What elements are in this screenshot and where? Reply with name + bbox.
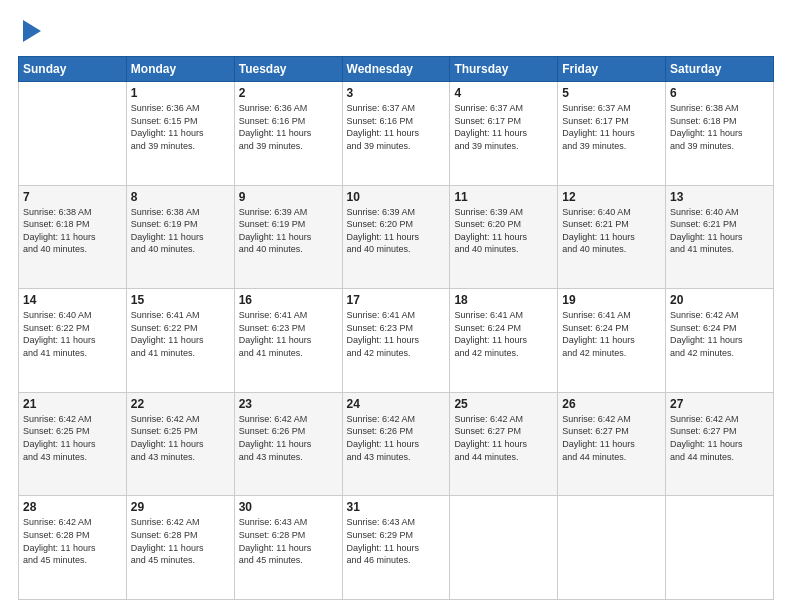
day-info: Sunrise: 6:43 AM Sunset: 6:29 PM Dayligh… xyxy=(347,516,446,566)
day-number: 10 xyxy=(347,190,446,204)
day-number: 6 xyxy=(670,86,769,100)
day-number: 18 xyxy=(454,293,553,307)
calendar-cell: 19Sunrise: 6:41 AM Sunset: 6:24 PM Dayli… xyxy=(558,289,666,393)
day-info: Sunrise: 6:42 AM Sunset: 6:27 PM Dayligh… xyxy=(562,413,661,463)
day-info: Sunrise: 6:41 AM Sunset: 6:24 PM Dayligh… xyxy=(454,309,553,359)
calendar-cell: 16Sunrise: 6:41 AM Sunset: 6:23 PM Dayli… xyxy=(234,289,342,393)
calendar-table: SundayMondayTuesdayWednesdayThursdayFrid… xyxy=(18,56,774,600)
logo-text xyxy=(18,18,41,46)
day-info: Sunrise: 6:42 AM Sunset: 6:28 PM Dayligh… xyxy=(23,516,122,566)
weekday-header-monday: Monday xyxy=(126,57,234,82)
calendar-cell: 17Sunrise: 6:41 AM Sunset: 6:23 PM Dayli… xyxy=(342,289,450,393)
day-number: 13 xyxy=(670,190,769,204)
day-number: 7 xyxy=(23,190,122,204)
calendar-cell: 26Sunrise: 6:42 AM Sunset: 6:27 PM Dayli… xyxy=(558,392,666,496)
day-info: Sunrise: 6:38 AM Sunset: 6:19 PM Dayligh… xyxy=(131,206,230,256)
day-info: Sunrise: 6:42 AM Sunset: 6:26 PM Dayligh… xyxy=(347,413,446,463)
day-info: Sunrise: 6:41 AM Sunset: 6:23 PM Dayligh… xyxy=(239,309,338,359)
day-info: Sunrise: 6:42 AM Sunset: 6:28 PM Dayligh… xyxy=(131,516,230,566)
day-info: Sunrise: 6:41 AM Sunset: 6:24 PM Dayligh… xyxy=(562,309,661,359)
day-number: 22 xyxy=(131,397,230,411)
calendar-week-row: 28Sunrise: 6:42 AM Sunset: 6:28 PM Dayli… xyxy=(19,496,774,600)
calendar-week-row: 14Sunrise: 6:40 AM Sunset: 6:22 PM Dayli… xyxy=(19,289,774,393)
calendar-cell: 20Sunrise: 6:42 AM Sunset: 6:24 PM Dayli… xyxy=(666,289,774,393)
calendar-cell: 8Sunrise: 6:38 AM Sunset: 6:19 PM Daylig… xyxy=(126,185,234,289)
day-info: Sunrise: 6:36 AM Sunset: 6:16 PM Dayligh… xyxy=(239,102,338,152)
day-number: 20 xyxy=(670,293,769,307)
calendar-cell: 13Sunrise: 6:40 AM Sunset: 6:21 PM Dayli… xyxy=(666,185,774,289)
calendar-cell: 30Sunrise: 6:43 AM Sunset: 6:28 PM Dayli… xyxy=(234,496,342,600)
calendar-cell: 11Sunrise: 6:39 AM Sunset: 6:20 PM Dayli… xyxy=(450,185,558,289)
calendar-cell: 2Sunrise: 6:36 AM Sunset: 6:16 PM Daylig… xyxy=(234,82,342,186)
calendar-cell: 23Sunrise: 6:42 AM Sunset: 6:26 PM Dayli… xyxy=(234,392,342,496)
day-number: 26 xyxy=(562,397,661,411)
day-number: 19 xyxy=(562,293,661,307)
calendar-cell xyxy=(19,82,127,186)
day-info: Sunrise: 6:37 AM Sunset: 6:16 PM Dayligh… xyxy=(347,102,446,152)
calendar-cell: 24Sunrise: 6:42 AM Sunset: 6:26 PM Dayli… xyxy=(342,392,450,496)
day-info: Sunrise: 6:38 AM Sunset: 6:18 PM Dayligh… xyxy=(23,206,122,256)
day-info: Sunrise: 6:36 AM Sunset: 6:15 PM Dayligh… xyxy=(131,102,230,152)
calendar-cell: 18Sunrise: 6:41 AM Sunset: 6:24 PM Dayli… xyxy=(450,289,558,393)
calendar-cell: 31Sunrise: 6:43 AM Sunset: 6:29 PM Dayli… xyxy=(342,496,450,600)
weekday-header-friday: Friday xyxy=(558,57,666,82)
calendar-cell: 10Sunrise: 6:39 AM Sunset: 6:20 PM Dayli… xyxy=(342,185,450,289)
calendar-cell xyxy=(558,496,666,600)
calendar-cell: 27Sunrise: 6:42 AM Sunset: 6:27 PM Dayli… xyxy=(666,392,774,496)
day-number: 8 xyxy=(131,190,230,204)
logo xyxy=(18,18,41,46)
calendar-cell: 14Sunrise: 6:40 AM Sunset: 6:22 PM Dayli… xyxy=(19,289,127,393)
day-number: 12 xyxy=(562,190,661,204)
day-info: Sunrise: 6:39 AM Sunset: 6:20 PM Dayligh… xyxy=(454,206,553,256)
calendar-cell: 21Sunrise: 6:42 AM Sunset: 6:25 PM Dayli… xyxy=(19,392,127,496)
calendar-cell: 29Sunrise: 6:42 AM Sunset: 6:28 PM Dayli… xyxy=(126,496,234,600)
day-info: Sunrise: 6:39 AM Sunset: 6:20 PM Dayligh… xyxy=(347,206,446,256)
weekday-header-wednesday: Wednesday xyxy=(342,57,450,82)
day-number: 1 xyxy=(131,86,230,100)
header xyxy=(18,18,774,46)
day-number: 21 xyxy=(23,397,122,411)
day-info: Sunrise: 6:37 AM Sunset: 6:17 PM Dayligh… xyxy=(562,102,661,152)
calendar-cell: 9Sunrise: 6:39 AM Sunset: 6:19 PM Daylig… xyxy=(234,185,342,289)
calendar-body: 1Sunrise: 6:36 AM Sunset: 6:15 PM Daylig… xyxy=(19,82,774,600)
weekday-header-saturday: Saturday xyxy=(666,57,774,82)
page: SundayMondayTuesdayWednesdayThursdayFrid… xyxy=(0,0,792,612)
weekday-header-thursday: Thursday xyxy=(450,57,558,82)
day-number: 14 xyxy=(23,293,122,307)
day-info: Sunrise: 6:42 AM Sunset: 6:25 PM Dayligh… xyxy=(131,413,230,463)
calendar-cell: 6Sunrise: 6:38 AM Sunset: 6:18 PM Daylig… xyxy=(666,82,774,186)
day-info: Sunrise: 6:42 AM Sunset: 6:27 PM Dayligh… xyxy=(670,413,769,463)
day-info: Sunrise: 6:42 AM Sunset: 6:25 PM Dayligh… xyxy=(23,413,122,463)
day-number: 15 xyxy=(131,293,230,307)
day-number: 9 xyxy=(239,190,338,204)
day-number: 28 xyxy=(23,500,122,514)
calendar-cell: 7Sunrise: 6:38 AM Sunset: 6:18 PM Daylig… xyxy=(19,185,127,289)
day-info: Sunrise: 6:37 AM Sunset: 6:17 PM Dayligh… xyxy=(454,102,553,152)
day-number: 29 xyxy=(131,500,230,514)
day-number: 31 xyxy=(347,500,446,514)
svg-marker-0 xyxy=(23,20,41,42)
day-info: Sunrise: 6:42 AM Sunset: 6:24 PM Dayligh… xyxy=(670,309,769,359)
calendar-week-row: 7Sunrise: 6:38 AM Sunset: 6:18 PM Daylig… xyxy=(19,185,774,289)
day-info: Sunrise: 6:43 AM Sunset: 6:28 PM Dayligh… xyxy=(239,516,338,566)
day-info: Sunrise: 6:40 AM Sunset: 6:22 PM Dayligh… xyxy=(23,309,122,359)
calendar-cell: 12Sunrise: 6:40 AM Sunset: 6:21 PM Dayli… xyxy=(558,185,666,289)
calendar-cell: 4Sunrise: 6:37 AM Sunset: 6:17 PM Daylig… xyxy=(450,82,558,186)
day-number: 5 xyxy=(562,86,661,100)
day-number: 16 xyxy=(239,293,338,307)
day-number: 3 xyxy=(347,86,446,100)
day-info: Sunrise: 6:38 AM Sunset: 6:18 PM Dayligh… xyxy=(670,102,769,152)
day-info: Sunrise: 6:41 AM Sunset: 6:23 PM Dayligh… xyxy=(347,309,446,359)
day-info: Sunrise: 6:41 AM Sunset: 6:22 PM Dayligh… xyxy=(131,309,230,359)
calendar-cell: 1Sunrise: 6:36 AM Sunset: 6:15 PM Daylig… xyxy=(126,82,234,186)
day-number: 17 xyxy=(347,293,446,307)
day-info: Sunrise: 6:40 AM Sunset: 6:21 PM Dayligh… xyxy=(562,206,661,256)
weekday-header-tuesday: Tuesday xyxy=(234,57,342,82)
day-info: Sunrise: 6:39 AM Sunset: 6:19 PM Dayligh… xyxy=(239,206,338,256)
weekday-header-sunday: Sunday xyxy=(19,57,127,82)
day-number: 24 xyxy=(347,397,446,411)
day-number: 23 xyxy=(239,397,338,411)
calendar-cell: 5Sunrise: 6:37 AM Sunset: 6:17 PM Daylig… xyxy=(558,82,666,186)
day-number: 30 xyxy=(239,500,338,514)
day-number: 27 xyxy=(670,397,769,411)
